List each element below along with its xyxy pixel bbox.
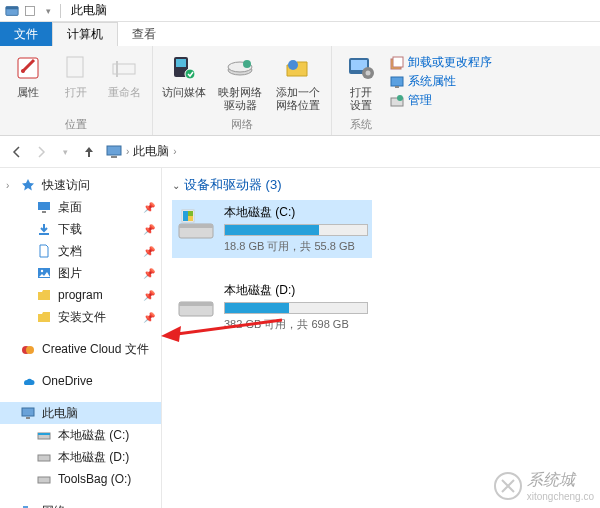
nav-forward-button[interactable] [30, 141, 52, 163]
crumb-sep-icon[interactable]: › [126, 146, 129, 157]
pin-icon: 📌 [143, 246, 155, 257]
onedrive-icon [20, 373, 36, 389]
drive-icon [176, 204, 216, 244]
sidebar-item-drive-d[interactable]: 本地磁盘 (D:) [0, 446, 161, 468]
open-button[interactable]: 打开 [54, 50, 98, 115]
open-settings-button[interactable]: 打开 设置 [338, 50, 384, 115]
drive-icon [36, 449, 52, 465]
svg-rect-5 [67, 57, 83, 77]
quickbar-icon[interactable] [22, 3, 38, 19]
sidebar-item-onedrive[interactable]: OneDrive [0, 370, 161, 392]
rename-button[interactable]: 重命名 [102, 50, 146, 115]
quickbar-dropdown-icon[interactable]: ▾ [40, 3, 56, 19]
uninstall-link[interactable]: 卸载或更改程序 [390, 54, 492, 71]
chevron-down-icon[interactable]: ⌄ [172, 180, 180, 191]
svg-rect-48 [188, 216, 193, 221]
ribbon-group-system: 打开 设置 系统 卸载或更改程序 系统属性 管理 [332, 46, 504, 135]
chevron-right-icon[interactable]: › [6, 180, 9, 191]
main-area: › 快速访问 桌面 📌 下载 📌 文档 📌 图片 📌 program 📌 [0, 168, 600, 508]
sidebar-item-pictures[interactable]: 图片 📌 [0, 262, 161, 284]
tab-view[interactable]: 查看 [118, 22, 170, 46]
svg-rect-25 [107, 146, 121, 155]
pin-icon: 📌 [143, 290, 155, 301]
sidebar-item-thispc[interactable]: 此电脑 [0, 402, 161, 424]
drive-d[interactable]: 本地磁盘 (D:) 382 GB 可用，共 698 GB [172, 278, 372, 336]
section-header[interactable]: ⌄ 设备和驱动器 (3) [172, 176, 590, 194]
sidebar-item-downloads[interactable]: 下载 📌 [0, 218, 161, 240]
properties-button[interactable]: 属性 [6, 50, 50, 115]
nav-back-button[interactable] [6, 141, 28, 163]
properties-icon [12, 52, 44, 84]
pin-icon: 📌 [143, 312, 155, 323]
svg-rect-46 [188, 211, 193, 216]
svg-rect-1 [6, 6, 18, 9]
sidebar: › 快速访问 桌面 📌 下载 📌 文档 📌 图片 📌 program 📌 [0, 168, 162, 508]
svg-rect-35 [26, 417, 30, 419]
rename-icon [108, 52, 140, 84]
watermark: 系统城 xitongcheng.co [493, 470, 594, 502]
svg-rect-21 [391, 77, 403, 86]
svg-point-33 [26, 346, 34, 354]
tab-file[interactable]: 文件 [0, 22, 52, 46]
sidebar-item-network[interactable]: 网络 [0, 500, 161, 508]
sysprops-icon [390, 75, 404, 89]
map-network-icon [224, 52, 256, 84]
pin-icon: 📌 [143, 268, 155, 279]
svg-point-4 [21, 69, 25, 73]
sidebar-item-documents[interactable]: 文档 📌 [0, 240, 161, 262]
thispc-icon [20, 405, 36, 421]
folder-icon [36, 309, 52, 325]
svg-rect-27 [38, 202, 50, 210]
map-network-button[interactable]: 映射网络 驱动器 [213, 50, 267, 115]
address-bar[interactable]: › 此电脑 › [102, 140, 594, 164]
system-properties-link[interactable]: 系统属性 [390, 73, 492, 90]
sidebar-item-quickaccess[interactable]: › 快速访问 [0, 174, 161, 196]
svg-rect-38 [38, 455, 50, 461]
svg-rect-39 [38, 477, 50, 483]
nav-bar: ▾ › 此电脑 › [0, 136, 600, 168]
sidebar-item-toolsbag[interactable]: ToolsBag (O:) [0, 468, 161, 490]
settings-icon [345, 52, 377, 84]
drive-c[interactable]: 本地磁盘 (C:) 18.8 GB 可用，共 55.8 GB [172, 200, 372, 258]
drive-icon [36, 471, 52, 487]
add-network-location-button[interactable]: 添加一个 网络位置 [271, 50, 325, 115]
group-label-network: 网络 [159, 115, 325, 135]
window-title: 此电脑 [71, 2, 107, 19]
drive-free-text: 382 GB 可用，共 698 GB [224, 317, 368, 332]
sidebar-item-drive-c[interactable]: 本地磁盘 (C:) [0, 424, 161, 446]
svg-rect-20 [393, 57, 403, 67]
tab-computer[interactable]: 计算机 [52, 22, 118, 46]
svg-rect-26 [111, 156, 117, 158]
nav-up-button[interactable] [78, 141, 100, 163]
download-icon [36, 221, 52, 237]
ribbon-group-network: 访问媒体 映射网络 驱动器 添加一个 网络位置 网络 [153, 46, 332, 135]
svg-rect-2 [26, 6, 35, 15]
add-network-icon [282, 52, 314, 84]
drive-capacity-bar [224, 302, 368, 314]
nav-recent-button[interactable]: ▾ [54, 141, 76, 163]
pin-icon: 📌 [143, 202, 155, 213]
sidebar-item-program[interactable]: program 📌 [0, 284, 161, 306]
breadcrumb-root[interactable]: 此电脑 [133, 143, 169, 160]
title-separator [60, 4, 61, 18]
svg-point-31 [41, 270, 43, 272]
drive-capacity-bar [224, 224, 368, 236]
svg-rect-29 [39, 233, 49, 235]
svg-rect-9 [176, 59, 186, 67]
access-media-button[interactable]: 访问媒体 [159, 50, 209, 115]
svg-point-14 [288, 60, 298, 70]
sidebar-item-install[interactable]: 安装文件 📌 [0, 306, 161, 328]
ribbon-tabs: 文件 计算机 查看 [0, 22, 600, 46]
manage-icon [390, 94, 404, 108]
sidebar-item-desktop[interactable]: 桌面 📌 [0, 196, 161, 218]
crumb-sep-icon[interactable]: › [173, 146, 176, 157]
svg-rect-37 [38, 433, 50, 435]
pin-icon: 📌 [143, 224, 155, 235]
title-bar: ▾ 此电脑 [0, 0, 600, 22]
svg-rect-45 [183, 211, 188, 216]
drive-icon [36, 427, 52, 443]
open-icon [60, 52, 92, 84]
manage-link[interactable]: 管理 [390, 92, 492, 109]
sidebar-item-creative-cloud[interactable]: Creative Cloud 文件 [0, 338, 161, 360]
pictures-icon [36, 265, 52, 281]
